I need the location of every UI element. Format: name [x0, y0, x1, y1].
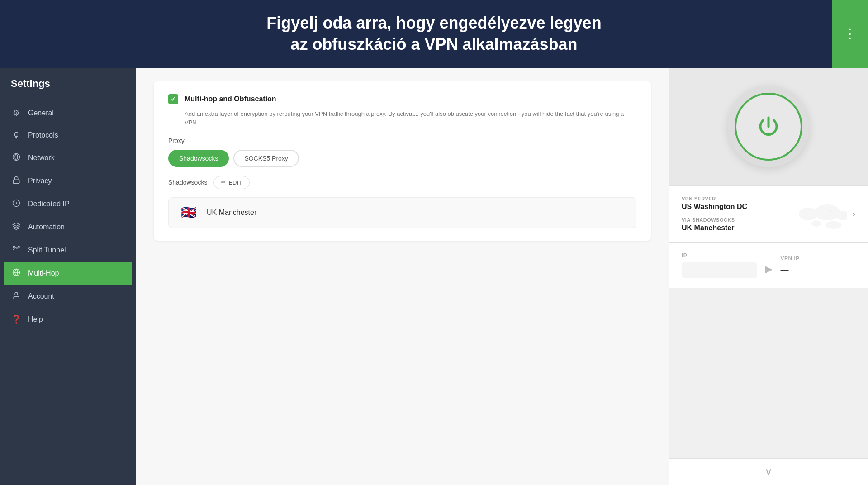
- sidebar-item-label-automation: Automation: [28, 223, 65, 231]
- vpn-server-value: US Washington DC: [682, 203, 787, 211]
- sidebar-item-split-tunnel[interactable]: Split Tunnel: [0, 239, 136, 262]
- multihop-section-card: Multi-hop and Obfuscation Add an extra l…: [154, 81, 651, 241]
- network-icon: [11, 153, 22, 163]
- bottom-chevron-area[interactable]: ∨: [669, 458, 868, 485]
- multihop-checkbox-row[interactable]: Multi-hop and Obfuscation: [168, 94, 636, 104]
- vpn-ip-value: —: [781, 265, 856, 275]
- svg-point-8: [811, 220, 821, 227]
- power-icon: [755, 113, 782, 140]
- ip-block: IP: [682, 252, 757, 278]
- banner: Figyelj oda arra, hogy engedélyezve legy…: [0, 0, 868, 68]
- sidebar-item-label-account: Account: [28, 292, 54, 300]
- microphone-icon: 🎙: [11, 131, 22, 140]
- vpn-ip-block: VPN IP —: [781, 255, 856, 275]
- sidebar-item-multi-hop[interactable]: Multi-Hop: [4, 262, 132, 285]
- banner-corner-menu[interactable]: ⋮: [832, 0, 868, 68]
- shadowsocks-row-label: Shadowsocks: [168, 179, 207, 186]
- proxy-label: Proxy: [168, 137, 636, 144]
- banner-text-line2: az obfuszkáció a VPN alkalmazásban: [290, 35, 577, 53]
- ip-label: IP: [682, 252, 757, 259]
- app-body: Settings ⚙ General 🎙 Protocols Network: [0, 68, 868, 485]
- vpn-ip-label: VPN IP: [781, 255, 856, 262]
- proxy-tabs: Shadowsocks SOCKS5 Proxy: [168, 150, 636, 167]
- svg-point-4: [15, 292, 18, 295]
- edit-button[interactable]: ✏ EDIT: [213, 176, 250, 189]
- pencil-icon: ✏: [221, 179, 226, 185]
- sidebar-item-account[interactable]: Account: [0, 285, 136, 308]
- sidebar-item-protocols[interactable]: 🎙 Protocols: [0, 124, 136, 147]
- arrow-right-icon: ▶: [765, 263, 773, 275]
- sidebar-nav: ⚙ General 🎙 Protocols Network Privacy: [0, 97, 136, 485]
- power-area: [669, 68, 868, 185]
- sidebar-item-label-help: Help: [28, 315, 43, 323]
- dedicated-ip-icon: [11, 199, 22, 209]
- sidebar: Settings ⚙ General 🎙 Protocols Network: [0, 68, 136, 485]
- svg-point-10: [830, 209, 832, 212]
- uk-flag-icon: 🇬🇧: [179, 206, 199, 219]
- sidebar-item-privacy[interactable]: Privacy: [0, 170, 136, 193]
- power-button-outer: [728, 86, 809, 167]
- sidebar-item-label-multi-hop: Multi-Hop: [28, 269, 59, 277]
- split-tunnel-icon: [11, 245, 22, 256]
- dots-icon: ⋮: [843, 26, 857, 42]
- svg-point-6: [815, 204, 840, 220]
- location-name: UK Manchester: [207, 209, 256, 217]
- edit-button-label: EDIT: [228, 179, 242, 186]
- via-shadowsocks-label: VIA SHADOWSOCKS: [682, 217, 787, 223]
- chevron-right-icon[interactable]: ›: [852, 209, 855, 219]
- lock-icon: [11, 176, 22, 186]
- server-info-text: VPN SERVER US Washington DC VIA SHADOWSO…: [682, 196, 787, 232]
- shadowsocks-row: Shadowsocks ✏ EDIT: [168, 176, 636, 189]
- right-panel: VPN SERVER US Washington DC VIA SHADOWSO…: [669, 68, 868, 485]
- help-icon: ❓: [11, 314, 22, 324]
- globe-icon: [11, 268, 22, 279]
- multihop-checkbox[interactable]: [168, 94, 178, 104]
- sidebar-item-label-network: Network: [28, 154, 55, 162]
- ip-value-box: [682, 262, 757, 278]
- multihop-checkbox-label: Multi-hop and Obfuscation: [185, 95, 276, 103]
- account-icon: [11, 291, 22, 302]
- sidebar-item-label-privacy: Privacy: [28, 177, 52, 185]
- vpn-server-label: VPN SERVER: [682, 196, 787, 201]
- sidebar-item-label-split-tunnel: Split Tunnel: [28, 246, 66, 254]
- world-map-decoration: [792, 198, 847, 230]
- ip-area: IP ▶ VPN IP —: [669, 242, 868, 288]
- socks5-tab[interactable]: SOCKS5 Proxy: [233, 150, 299, 167]
- sidebar-item-label-general: General: [28, 109, 54, 117]
- sidebar-item-label-dedicated-ip: Dedicated IP: [28, 200, 70, 208]
- svg-point-9: [826, 221, 842, 229]
- sidebar-header: Settings: [0, 68, 136, 97]
- sidebar-item-network[interactable]: Network: [0, 147, 136, 170]
- sidebar-item-help[interactable]: ❓ Help: [0, 308, 136, 331]
- banner-text-line1: Figyelj oda arra, hogy engedélyezve legy…: [266, 14, 601, 32]
- sidebar-item-dedicated-ip[interactable]: Dedicated IP: [0, 193, 136, 216]
- gear-icon: ⚙: [11, 108, 22, 118]
- chevron-down-icon: ∨: [765, 466, 772, 478]
- location-card[interactable]: 🇬🇧 UK Manchester: [168, 197, 636, 228]
- sidebar-item-automation[interactable]: Automation: [0, 216, 136, 239]
- sidebar-item-label-protocols: Protocols: [28, 131, 58, 139]
- multihop-description: Add an extra layer of encryption by rero…: [185, 109, 636, 127]
- via-shadowsocks-value: UK Manchester: [682, 224, 787, 232]
- sidebar-item-general[interactable]: ⚙ General: [0, 102, 136, 124]
- server-info[interactable]: VPN SERVER US Washington DC VIA SHADOWSO…: [669, 185, 868, 242]
- shadowsocks-tab[interactable]: Shadowsocks: [168, 150, 229, 167]
- automation-icon: [11, 222, 22, 233]
- main-content: Multi-hop and Obfuscation Add an extra l…: [136, 68, 669, 485]
- power-button[interactable]: [735, 93, 802, 161]
- svg-rect-1: [13, 180, 19, 183]
